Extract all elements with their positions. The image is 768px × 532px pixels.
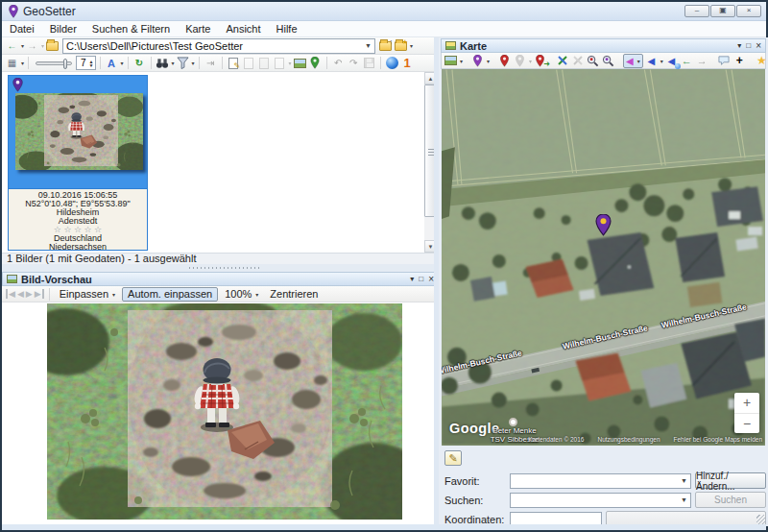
resize-grip[interactable] [756,515,766,524]
history-forward-button[interactable]: → [25,38,39,54]
history-back-caret-icon[interactable]: ▾ [21,42,24,49]
show-image-button[interactable] [293,56,307,71]
path-combobox[interactable]: C:\Users\Dell\Pictures\Test GeoSetter ▼ [62,38,375,54]
folder-favorites-button[interactable]: ★ [394,38,408,54]
next-image-button[interactable]: ▶ [26,289,33,299]
filter-caret-icon[interactable]: ▾ [192,60,195,66]
view-mode-button[interactable]: ▦ [5,56,19,71]
map-position-marker[interactable] [595,214,612,236]
first-image-button[interactable]: ◀ [6,289,15,299]
zoom-level-button[interactable]: 100%▾ [220,287,263,302]
fit-button[interactable]: Einpassen▾ [55,287,120,302]
history-forward-caret-icon[interactable]: ▾ [41,42,44,49]
sort-caret-icon[interactable]: ▾ [121,60,124,66]
menu-suchen-filtern[interactable]: Suchen & Filtern [84,22,178,36]
close-button[interactable]: × [736,5,761,17]
menu-bilder[interactable]: Bilder [42,22,84,36]
open-folder-icon[interactable] [45,38,60,54]
pan-mode-toggle[interactable]: ◀▾ [623,54,643,68]
path-caret-icon[interactable]: ▼ [362,42,372,49]
resize-button[interactable]: ⇥ [204,56,218,71]
main-toolbar: ▦ ▾ 7 ▲▼ A ▾ ↻ ▾ ▾ ⇥ ✎ ▾ ↶ [2,55,439,72]
report-error-link[interactable]: Fehler bei Google Maps melden [674,436,763,443]
columns-spinner[interactable]: 7 ▲▼ [76,56,96,70]
favorites-pin-button[interactable] [470,53,485,68]
thumbnail-size-slider[interactable] [36,61,72,65]
map-title: Karte [460,40,487,52]
zoom-to-marker-icon[interactable] [601,53,615,68]
favorite-add-button[interactable]: Hinzuf./Ändern... [695,472,766,489]
redo-button[interactable]: ↷ [347,56,361,71]
search-binoculars-icon[interactable] [156,56,170,71]
sync-markers-disabled-icon[interactable] [570,53,585,68]
sort-button[interactable]: A [105,56,119,71]
map-canvas[interactable]: Wilhelm-Busch-Straße Wilhelm-Busch-Straß… [442,69,765,446]
zoom-to-all-markers-icon[interactable] [586,53,600,68]
terms-link[interactable]: Nutzungsbedingungen [597,436,660,443]
paste-button[interactable] [257,56,272,71]
minimize-button[interactable]: – [684,5,709,17]
copy-button[interactable] [242,56,256,71]
last-image-button[interactable]: ▶ [35,289,44,299]
map-type-caret-icon[interactable]: ▾ [460,58,463,64]
map-menu-icon[interactable]: ▾ [737,41,741,50]
autofit-toggle[interactable]: Autom. einpassen [122,287,218,302]
history-back-button[interactable]: ← [5,38,19,54]
map-forward-button[interactable]: → [695,53,709,68]
edit-favorites-button[interactable]: ✎ [444,450,462,466]
track-pin-icon[interactable] [308,56,323,71]
search-caret-icon[interactable]: ▾ [172,60,175,66]
preview-titlebar: Bild-Vorschau ▾ □ × [2,272,439,286]
prev-image-button[interactable]: ◀ [17,289,24,299]
sync-markers-icon[interactable] [555,53,569,68]
zoom-in-button[interactable]: + [734,393,759,413]
menu-karte[interactable]: Karte [178,22,218,36]
google-earth-button[interactable] [385,56,399,71]
filter-funnel-icon[interactable] [176,56,190,71]
spin-down-icon[interactable]: ▼ [89,63,94,67]
copy-special-caret-icon[interactable]: ▾ [289,60,292,66]
favorite-combobox[interactable]: ▼ [510,473,691,489]
save-button[interactable] [362,56,376,71]
thumbnail-item-selected[interactable]: 09.10.2016 15:06:55 N52°0'10.48"; E9°55'… [8,75,148,251]
columns-value: 7 [81,58,86,68]
map-favorites-star-button[interactable]: ★ [755,53,768,68]
menu-hilfe[interactable]: Hilfe [269,22,305,36]
map-type-button[interactable] [444,53,458,68]
menu-datei[interactable]: Datei [2,22,42,36]
thumbnail-metadata: 09.10.2016 15:06:55 N52°0'10.48"; E9°55'… [9,188,147,250]
undo-button[interactable]: ↶ [331,56,346,71]
horizontal-splitter[interactable] [2,264,439,272]
search-combobox[interactable]: ▼ [510,493,691,508]
folder-favorites-caret-icon[interactable]: ▾ [410,42,413,49]
add-position-button[interactable]: + [732,53,747,68]
restore-button[interactable]: ▣ [710,5,735,17]
right-column: Karte ▾ □ × ▾ ▾ ▾ ➜ [439,37,768,526]
view-mode-caret-icon[interactable]: ▾ [21,60,24,66]
goto-home-button[interactable]: ◀ [664,53,679,68]
goto-position-button[interactable]: ◀ [644,53,659,68]
folder-up-button[interactable]: ↑ [378,38,393,54]
goto-position-caret-icon[interactable]: ▾ [660,58,663,64]
set-marker-button[interactable] [497,53,512,68]
preview-float-icon[interactable]: □ [419,275,423,283]
preview-menu-icon[interactable]: ▾ [410,275,414,283]
map-float-icon[interactable]: □ [746,41,751,50]
assign-position-button[interactable]: ➜ [533,53,547,68]
favorites-pin-caret-icon[interactable]: ▾ [487,58,490,64]
address-toolbar: ← ▾ → ▾ C:\Users\Dell\Pictures\Test GeoS… [2,37,439,55]
map-back-button[interactable]: ← [680,53,694,68]
tooltip-bubble-icon[interactable] [717,53,732,68]
refresh-button[interactable]: ↻ [132,56,147,71]
menu-ansicht[interactable]: Ansicht [218,22,268,36]
marker-options-button[interactable] [513,53,527,68]
marker-options-caret-icon[interactable]: ▾ [529,58,532,64]
poi-dot-icon [509,418,517,426]
app-window: GeoSetter – ▣ × Datei Bilder Suchen & Fi… [0,0,768,532]
center-button[interactable]: Zentrieren [265,287,323,302]
edit-data-button[interactable]: ✎ [227,56,241,71]
search-button[interactable]: Suchen [695,492,766,508]
zoom-out-button[interactable]: − [734,414,759,434]
map-close-icon[interactable]: × [756,40,761,51]
copy-special-button[interactable] [273,56,287,71]
